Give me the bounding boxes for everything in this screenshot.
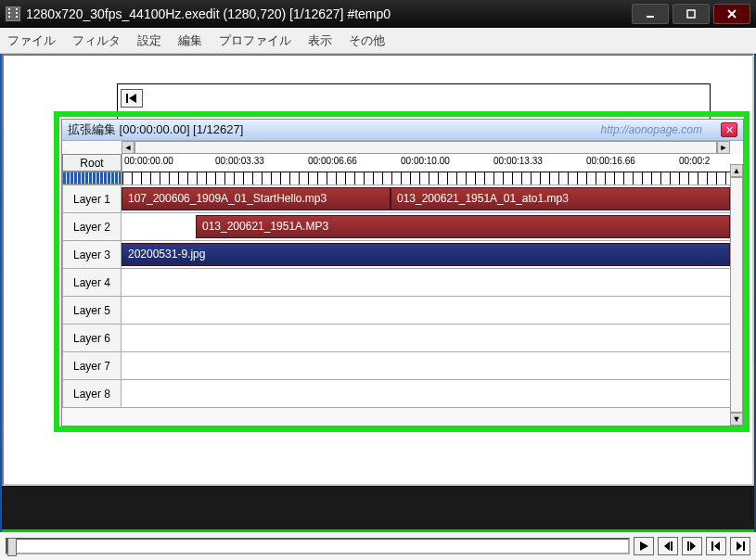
clip-audio[interactable]: 013_200621_1951A_01_ato1.mp3 bbox=[391, 187, 730, 210]
ruler-tick: 00:00:06.66 bbox=[308, 156, 357, 166]
timeline-titlebar[interactable]: 拡張編集 [00:00:00.00] [1/12627] http://aono… bbox=[62, 120, 743, 140]
minimize-button[interactable] bbox=[632, 4, 669, 24]
layer-label[interactable]: Layer 6 bbox=[62, 325, 122, 351]
frame-back-button[interactable] bbox=[658, 537, 678, 555]
svg-marker-5 bbox=[129, 94, 136, 103]
transport-bar bbox=[0, 532, 756, 560]
layer-row-3: Layer 3 20200531-9.jpg bbox=[62, 241, 743, 269]
canvas-area: 拡張編集 [00:00:00.00] [1/12627] http://aono… bbox=[2, 54, 754, 486]
svg-marker-7 bbox=[664, 541, 670, 551]
clip-audio[interactable]: 013_200621_1951A.MP3 bbox=[196, 215, 730, 238]
hscroll-right-icon[interactable]: ► bbox=[717, 141, 730, 154]
layer-label[interactable]: Layer 3 bbox=[62, 241, 122, 268]
svg-marker-13 bbox=[737, 541, 742, 551]
ruler-row: Root 00:00:00.00 00:00:03.33 00:00:06.66… bbox=[62, 154, 743, 185]
layer-row-4: Layer 4 bbox=[62, 269, 743, 297]
layer-track[interactable] bbox=[122, 352, 743, 379]
layer-label[interactable]: Layer 2 bbox=[62, 213, 122, 240]
layer-row-8: Layer 8 bbox=[62, 380, 743, 408]
frame-forward-button[interactable] bbox=[682, 537, 702, 555]
window-controls bbox=[632, 4, 756, 24]
layer-label[interactable]: Layer 5 bbox=[62, 297, 122, 324]
time-ruler[interactable]: 00:00:00.00 00:00:03.33 00:00:06.66 00:0… bbox=[122, 154, 743, 185]
layer-row-6: Layer 6 bbox=[62, 325, 743, 352]
svg-marker-6 bbox=[640, 541, 648, 551]
menu-file[interactable]: ファイル bbox=[7, 32, 56, 49]
layer-label[interactable]: Layer 1 bbox=[62, 185, 122, 212]
clip-image[interactable]: 20200531-9.jpg bbox=[122, 243, 730, 266]
layer-track[interactable] bbox=[122, 297, 743, 324]
menu-other[interactable]: その他 bbox=[349, 32, 385, 49]
layer-row-2: Layer 2 013_200621_1951A.MP3 bbox=[62, 213, 743, 241]
watermark-text: http://aonopage.com bbox=[243, 123, 721, 136]
layer-track[interactable] bbox=[122, 325, 743, 351]
ruler-tick: 00:00:03.33 bbox=[215, 156, 264, 166]
hscroll-track[interactable] bbox=[135, 141, 717, 154]
menu-profile[interactable]: プロファイル bbox=[219, 32, 291, 49]
timeline-close-button[interactable]: ✕ bbox=[721, 122, 737, 137]
play-button[interactable] bbox=[634, 537, 654, 555]
svg-rect-1 bbox=[687, 10, 695, 18]
menu-settings[interactable]: 設定 bbox=[137, 32, 161, 49]
ruler-tick: 00:00:16.66 bbox=[586, 156, 635, 166]
rewind-button[interactable] bbox=[121, 89, 143, 108]
ruler-tick: 00:00:00.00 bbox=[124, 156, 173, 166]
timeline-body: ◄ ► Root 00:00:00.00 00:00:03.33 00:00:0… bbox=[62, 140, 743, 426]
seek-thumb[interactable] bbox=[7, 538, 17, 556]
menu-filter[interactable]: フィルタ bbox=[72, 32, 121, 49]
menu-edit[interactable]: 編集 bbox=[178, 32, 202, 49]
close-button[interactable] bbox=[713, 4, 750, 24]
vscroll-down-icon[interactable]: ▼ bbox=[730, 413, 743, 426]
layer-row-1: Layer 1 107_200606_1909A_01_StartHello.m… bbox=[62, 185, 743, 213]
layer-row-5: Layer 5 bbox=[62, 297, 743, 325]
hscroll-left-icon[interactable]: ◄ bbox=[122, 141, 135, 154]
vscroll-track[interactable] bbox=[730, 177, 743, 413]
svg-marker-10 bbox=[690, 541, 696, 551]
skip-back-button[interactable] bbox=[706, 537, 726, 555]
zoom-slider[interactable] bbox=[62, 172, 122, 185]
ruler-tick: 00:00:13.33 bbox=[493, 156, 543, 166]
clip-audio[interactable]: 107_200606_1909A_01_StartHello.mp3 bbox=[122, 187, 391, 210]
film-icon bbox=[6, 6, 20, 21]
audio-waveform-bar bbox=[2, 486, 754, 530]
layer-track[interactable] bbox=[122, 380, 743, 407]
window-title: 1280x720_30fps_44100Hz.exedit (1280,720)… bbox=[26, 6, 632, 21]
maximize-button[interactable] bbox=[673, 4, 710, 24]
layer-label[interactable]: Layer 7 bbox=[62, 352, 122, 379]
ruler-tick: 00:00:10.00 bbox=[401, 156, 450, 166]
seek-slider[interactable] bbox=[6, 538, 630, 554]
layer-label[interactable]: Layer 4 bbox=[62, 269, 122, 296]
timeline-window: 拡張編集 [00:00:00.00] [1/12627] http://aono… bbox=[61, 119, 744, 426]
ruler-tick: 00:00:2 bbox=[679, 156, 710, 166]
menubar: ファイル フィルタ 設定 編集 プロファイル 表示 その他 bbox=[0, 28, 756, 54]
ruler-ticks bbox=[122, 172, 743, 185]
titlebar[interactable]: 1280x720_30fps_44100Hz.exedit (1280,720)… bbox=[0, 0, 756, 28]
timeline-hscroll[interactable]: ◄ ► bbox=[122, 141, 730, 154]
layer-track[interactable] bbox=[122, 269, 743, 296]
root-button[interactable]: Root bbox=[62, 154, 122, 172]
layer-track[interactable]: 013_200621_1951A.MP3 bbox=[122, 213, 743, 240]
layer-label[interactable]: Layer 8 bbox=[62, 380, 122, 407]
svg-marker-12 bbox=[714, 541, 720, 551]
timeline-title-text: 拡張編集 [00:00:00.00] [1/12627] bbox=[68, 121, 243, 138]
timeline-vscroll[interactable]: ▲ ▼ bbox=[730, 164, 743, 426]
layer-row-7: Layer 7 bbox=[62, 352, 743, 380]
skip-forward-button[interactable] bbox=[730, 537, 750, 555]
layer-track[interactable]: 107_200606_1909A_01_StartHello.mp3 013_2… bbox=[122, 185, 743, 212]
app-window: 1280x720_30fps_44100Hz.exedit (1280,720)… bbox=[0, 0, 756, 560]
vscroll-up-icon[interactable]: ▲ bbox=[730, 164, 743, 177]
layer-track[interactable]: 20200531-9.jpg bbox=[122, 241, 743, 268]
menu-view[interactable]: 表示 bbox=[308, 32, 332, 49]
